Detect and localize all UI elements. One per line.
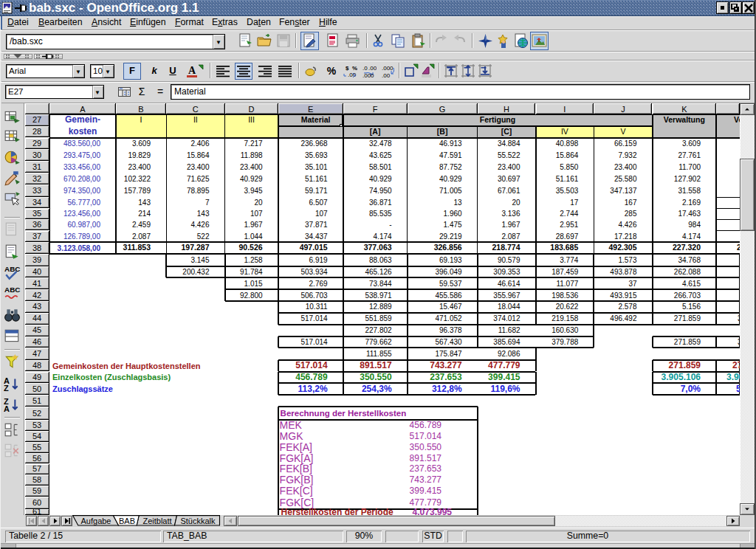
svg-text:.000: .000 [362, 72, 374, 78]
svg-text:A: A [4, 404, 10, 413]
svg-text:Z: Z [4, 384, 9, 393]
svg-text:.00: .00 [368, 65, 377, 72]
svg-text:ABC: ABC [4, 265, 20, 273]
svg-text:ABC: ABC [4, 286, 20, 294]
svg-text:.0: .0 [362, 65, 368, 72]
svg-text:A: A [188, 65, 196, 76]
svg-text:.00: .00 [382, 72, 391, 78]
svg-text:.000: .000 [382, 65, 394, 72]
svg-text:%: % [352, 65, 357, 72]
svg-text:$: $ [346, 65, 349, 72]
